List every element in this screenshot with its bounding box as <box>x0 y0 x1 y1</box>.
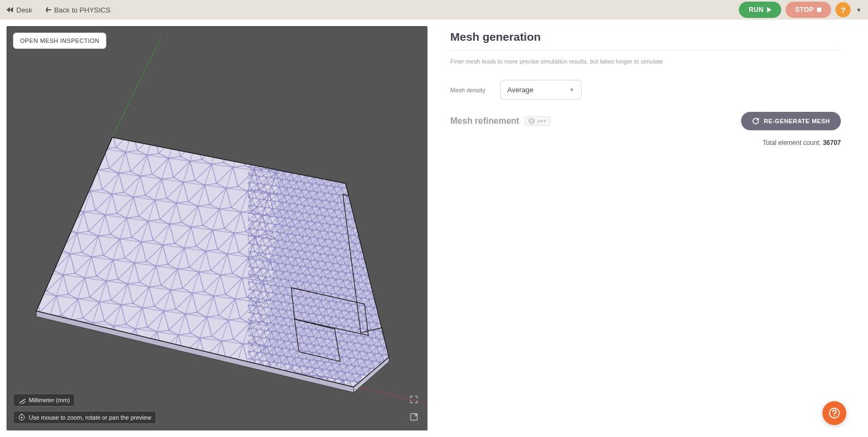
svg-line-1 <box>112 37 161 137</box>
ruler-icon <box>18 396 25 404</box>
svg-rect-14 <box>20 399 25 404</box>
mesh-refinement-label: Mesh refinement <box>450 116 519 126</box>
expand-viewport-button[interactable] <box>407 392 421 407</box>
topbar-right: RUN STOP ? ▼ <box>739 2 861 18</box>
open-mesh-inspection-button[interactable]: OPEN MESH INSPECTION <box>13 33 106 49</box>
viewport-hint-label: Use mouse to zoom, rotate or pan the pre… <box>29 414 151 421</box>
floating-help-button[interactable] <box>822 401 846 425</box>
mesh-viewport[interactable]: OPEN MESH INSPECTION <box>7 26 427 430</box>
mesh-render <box>7 26 427 430</box>
units-label: Millimeter (mm) <box>29 397 70 403</box>
stop-button[interactable]: STOP <box>786 2 831 18</box>
topbar: Desk Back to PHYSICS RUN STOP ? ▼ <box>0 0 868 20</box>
settings-panel: Mesh generation Finer mesh leads to more… <box>434 20 868 437</box>
mesh-density-select[interactable]: Average ▼ <box>500 80 582 100</box>
main: OPEN MESH INSPECTION <box>0 20 868 437</box>
mesh-refinement-left: Mesh refinement OFF <box>450 116 551 126</box>
back-link-label: Back to PHYSICS <box>54 6 111 14</box>
mesh-refinement-toggle-state: OFF <box>537 119 547 124</box>
desk-link[interactable]: Desk <box>7 6 33 14</box>
fullscreen-button[interactable] <box>407 410 421 424</box>
scene-3d <box>7 26 427 430</box>
element-count-label: Total element count: <box>763 139 823 147</box>
help-button[interactable]: ? <box>835 2 851 17</box>
run-button-label: RUN <box>749 6 764 14</box>
cursor-icon <box>18 414 25 421</box>
rewind-icon <box>7 7 13 12</box>
stop-icon <box>817 8 821 12</box>
svg-rect-0 <box>817 8 821 12</box>
regenerate-mesh-button[interactable]: RE-GENERATE MESH <box>741 112 841 130</box>
expand-icon <box>410 395 418 404</box>
svg-point-23 <box>834 415 835 416</box>
mesh-density-value: Average <box>507 86 533 94</box>
help-glyph: ? <box>841 5 846 15</box>
back-to-physics-link[interactable]: Back to PHYSICS <box>46 6 111 14</box>
mesh-density-row: Mesh density Average ▼ <box>450 80 841 100</box>
toggle-knob-icon <box>528 118 535 124</box>
element-count-value: 36707 <box>823 139 841 147</box>
svg-rect-9 <box>248 145 411 406</box>
units-selector[interactable]: Millimeter (mm) <box>13 394 75 407</box>
back-arrow-icon <box>46 7 51 12</box>
open-mesh-inspection-label: OPEN MESH INSPECTION <box>20 37 99 44</box>
desk-link-label: Desk <box>16 6 33 14</box>
mesh-refinement-toggle[interactable]: OFF <box>525 116 551 126</box>
svg-point-19 <box>21 417 23 419</box>
refresh-icon <box>752 117 760 125</box>
run-button[interactable]: RUN <box>739 2 781 18</box>
chevron-down-icon: ▼ <box>569 87 575 93</box>
regenerate-mesh-label: RE-GENERATE MESH <box>764 118 830 124</box>
mesh-density-label: Mesh density <box>450 87 493 93</box>
mesh-refinement-row: Mesh refinement OFF RE-GENERATE MESH <box>450 112 841 130</box>
element-count-row: Total element count: 36707 <box>450 139 841 147</box>
help-icon <box>828 407 840 419</box>
stop-button-label: STOP <box>795 6 814 14</box>
viewport-wrap: OPEN MESH INSPECTION <box>0 20 434 437</box>
topbar-left: Desk Back to PHYSICS <box>7 6 111 14</box>
fullscreen-icon <box>410 413 418 421</box>
play-icon <box>767 7 771 12</box>
panel-description: Finer mesh leads to more precise simulat… <box>450 58 841 65</box>
help-dropdown-caret[interactable]: ▼ <box>856 7 861 13</box>
viewport-hint: Use mouse to zoom, rotate or pan the pre… <box>13 411 156 424</box>
panel-title: Mesh generation <box>450 30 841 50</box>
